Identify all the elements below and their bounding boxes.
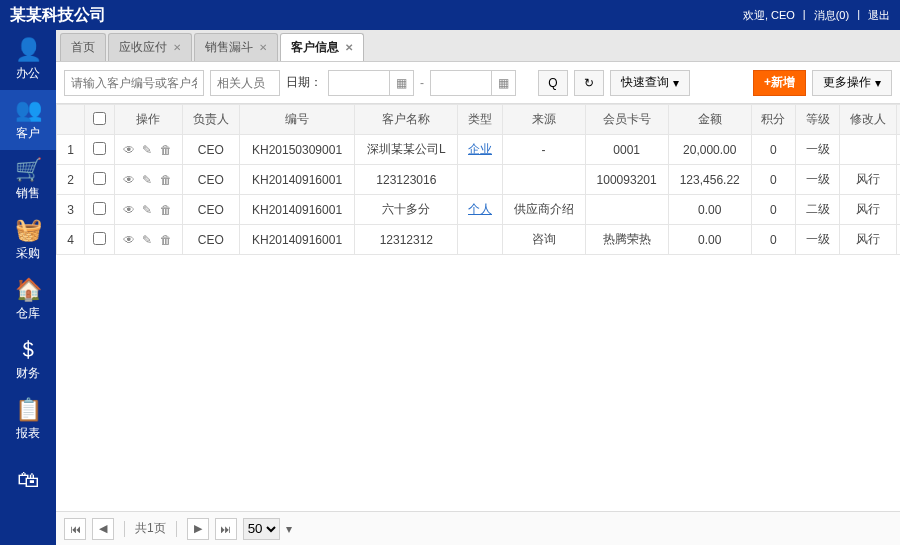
- col-owner[interactable]: 负责人: [182, 105, 239, 135]
- cell-name[interactable]: 深圳某某公司L: [355, 135, 458, 165]
- row-checkbox[interactable]: [93, 202, 106, 215]
- table-row[interactable]: 3👁 ✎ 🗑CEOKH20140916001六十多分个人供应商介绍0.000二级…: [57, 195, 901, 225]
- calendar-icon[interactable]: ▦: [389, 71, 413, 95]
- cell-amount: 0.00: [668, 225, 751, 255]
- cell-modifier: 风行: [840, 225, 897, 255]
- col-amount[interactable]: 金额: [668, 105, 751, 135]
- cell-type[interactable]: 个人: [458, 195, 502, 225]
- col-index: [57, 105, 85, 135]
- person-icon: 👤: [15, 39, 42, 61]
- header-divider: |: [803, 8, 806, 23]
- cell-points: 0: [751, 135, 795, 165]
- sidebar-item-office[interactable]: 👤 办公: [0, 30, 56, 90]
- cart-icon: 🛒: [15, 159, 42, 181]
- cell-name[interactable]: 12312312: [355, 225, 458, 255]
- cell-owner: CEO: [182, 225, 239, 255]
- sidebar-item-finance[interactable]: ＄ 财务: [0, 330, 56, 390]
- page-size-select[interactable]: 50: [243, 518, 280, 540]
- row-checkbox[interactable]: [93, 232, 106, 245]
- tab-receivable[interactable]: 应收应付 ✕: [108, 33, 192, 61]
- date-from-input[interactable]: [329, 71, 389, 95]
- col-ops[interactable]: 操作: [115, 105, 183, 135]
- sidebar-item-customer[interactable]: 👥 客户: [0, 90, 56, 150]
- basket-icon: 🧺: [15, 219, 42, 241]
- close-icon[interactable]: ✕: [345, 42, 353, 53]
- sidebar-item-label: 办公: [16, 65, 40, 82]
- col-check: [85, 105, 115, 135]
- cell-code: KH20140916001: [239, 225, 354, 255]
- cell-name[interactable]: 123123016: [355, 165, 458, 195]
- sidebar-item-label: 报表: [16, 425, 40, 442]
- date-to-input[interactable]: [431, 71, 491, 95]
- cell-amount: 20,000.00: [668, 135, 751, 165]
- cell-ops[interactable]: 👁 ✎ 🗑: [115, 135, 183, 165]
- messages-link[interactable]: 消息(0): [814, 8, 849, 23]
- button-label: 更多操作: [823, 74, 871, 91]
- col-name[interactable]: 客户名称: [355, 105, 458, 135]
- row-checkbox[interactable]: [93, 172, 106, 185]
- sidebar-item-purchase[interactable]: 🧺 采购: [0, 210, 56, 270]
- table-row[interactable]: 1👁 ✎ 🗑CEOKH20150309001深圳某某公司L企业-000120,0…: [57, 135, 901, 165]
- search-icon: Q: [548, 76, 557, 90]
- sidebar-item-label: 采购: [16, 245, 40, 262]
- cell-modifier: 风行: [840, 195, 897, 225]
- cell-amount: 123,456.22: [668, 165, 751, 195]
- first-page-button[interactable]: ⏮: [64, 518, 86, 540]
- col-type[interactable]: 类型: [458, 105, 502, 135]
- cell-modifier: [840, 135, 897, 165]
- logout-link[interactable]: 退出: [868, 8, 890, 23]
- col-level[interactable]: 等级: [795, 105, 839, 135]
- col-modifier[interactable]: 修改人: [840, 105, 897, 135]
- button-label: 快速查询: [621, 74, 669, 91]
- more-ops-button[interactable]: 更多操作 ▾: [812, 70, 892, 96]
- sidebar-item-report[interactable]: 📋 报表: [0, 390, 56, 450]
- tab-home[interactable]: 首页: [60, 33, 106, 61]
- search-input[interactable]: [64, 70, 204, 96]
- tab-funnel[interactable]: 销售漏斗 ✕: [194, 33, 278, 61]
- cell-owner: CEO: [182, 135, 239, 165]
- table-header-row: 操作 负责人 编号 客户名称 类型 来源 会员卡号 金额 积分 等级 修改人: [57, 105, 901, 135]
- prev-page-button[interactable]: ◀: [92, 518, 114, 540]
- date-to-field[interactable]: ▦: [430, 70, 516, 96]
- cell-check: [85, 165, 115, 195]
- tab-label: 客户信息: [291, 39, 339, 56]
- cell-type[interactable]: 企业: [458, 135, 502, 165]
- button-label: +新增: [764, 74, 795, 91]
- calendar-icon[interactable]: ▦: [491, 71, 515, 95]
- cell-index: 1: [57, 135, 85, 165]
- table-row[interactable]: 4👁 ✎ 🗑CEOKH2014091600112312312咨询热腾荣热0.00…: [57, 225, 901, 255]
- select-all-checkbox[interactable]: [93, 112, 106, 125]
- sidebar-item-sales[interactable]: 🛒 销售: [0, 150, 56, 210]
- search-button[interactable]: Q: [538, 70, 568, 96]
- cell-points: 0: [751, 165, 795, 195]
- cell-ops[interactable]: 👁 ✎ 🗑: [115, 195, 183, 225]
- chevron-down-icon: ▾: [673, 76, 679, 90]
- col-source[interactable]: 来源: [502, 105, 585, 135]
- dollar-icon: ＄: [17, 339, 39, 361]
- data-grid: 操作 负责人 编号 客户名称 类型 来源 会员卡号 金额 积分 等级 修改人: [56, 104, 900, 511]
- cell-code: KH20140916001: [239, 195, 354, 225]
- close-icon[interactable]: ✕: [259, 42, 267, 53]
- related-person-input[interactable]: [210, 70, 280, 96]
- tab-customer-info[interactable]: 客户信息 ✕: [280, 33, 364, 61]
- cell-ops[interactable]: 👁 ✎ 🗑: [115, 165, 183, 195]
- quick-query-button[interactable]: 快速查询 ▾: [610, 70, 690, 96]
- cell-source: [502, 165, 585, 195]
- sidebar-item-warehouse[interactable]: 🏠 仓库: [0, 270, 56, 330]
- cell-name[interactable]: 六十多分: [355, 195, 458, 225]
- last-page-button[interactable]: ⏭: [215, 518, 237, 540]
- cell-ops[interactable]: 👁 ✎ 🗑: [115, 225, 183, 255]
- toolbar: 日期： ▦ - ▦ Q ↻ 快速查询 ▾ +新: [56, 62, 900, 104]
- col-code[interactable]: 编号: [239, 105, 354, 135]
- col-points[interactable]: 积分: [751, 105, 795, 135]
- refresh-button[interactable]: ↻: [574, 70, 604, 96]
- date-from-field[interactable]: ▦: [328, 70, 414, 96]
- add-new-button[interactable]: +新增: [753, 70, 806, 96]
- row-checkbox[interactable]: [93, 142, 106, 155]
- sidebar-item-shop[interactable]: 🛍: [0, 450, 56, 510]
- close-icon[interactable]: ✕: [173, 42, 181, 53]
- cell-check: [85, 225, 115, 255]
- next-page-button[interactable]: ▶: [187, 518, 209, 540]
- col-card[interactable]: 会员卡号: [585, 105, 668, 135]
- table-row[interactable]: 2👁 ✎ 🗑CEOKH20140916001123123016100093201…: [57, 165, 901, 195]
